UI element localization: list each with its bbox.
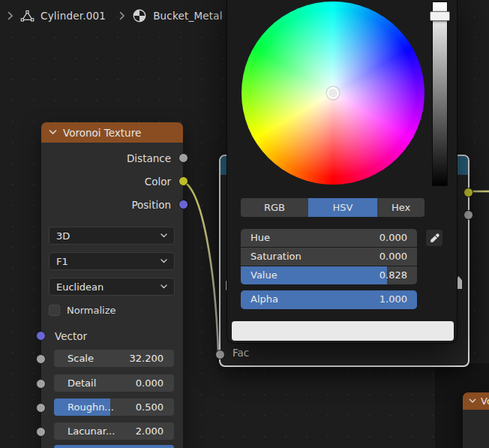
detail-slider[interactable]: Detail 0.000: [54, 374, 174, 392]
node-title: Vo: [481, 395, 489, 407]
slider-value: 32.200: [130, 350, 164, 367]
position-output-socket[interactable]: [178, 200, 188, 209]
chevron-down-icon[interactable]: [469, 398, 476, 404]
distance-output-socket[interactable]: [178, 153, 188, 163]
eyedropper-button[interactable]: [425, 229, 443, 247]
vector-input-socket[interactable]: [36, 331, 46, 341]
slider-label: Saturation: [250, 248, 302, 266]
breadcrumb-material-name[interactable]: Bucket_Metal: [153, 10, 223, 22]
slider-label: Lacunar...: [68, 422, 115, 440]
color-mode-tabs: RGB HSV Hex: [241, 198, 424, 217]
slider-label: Hue: [250, 229, 270, 247]
tab-rgb[interactable]: RGB: [241, 198, 308, 217]
distance-metric-dropdown[interactable]: Euclidean: [49, 278, 175, 296]
voronoi-texture-node[interactable]: Voronoi Texture Distance Color Position …: [41, 122, 183, 448]
lacunarity-input-socket[interactable]: [36, 427, 46, 437]
mesh-data-icon: [20, 9, 34, 23]
eyedropper-icon: [429, 233, 440, 244]
current-color-swatch[interactable]: [232, 321, 454, 341]
output-label-position: Position: [131, 197, 171, 212]
voronoi-node-2-header[interactable]: Vo: [463, 392, 489, 410]
dropdown-value: F1: [56, 256, 68, 267]
material-icon: [132, 8, 147, 23]
value-slider[interactable]: Value 0.828: [241, 266, 417, 284]
roughness-input-socket[interactable]: [36, 403, 46, 413]
slider-label: Roughn...: [68, 398, 114, 416]
breadcrumb: Cylinder.001 Bucket_Metal: [4, 8, 233, 23]
dimensions-dropdown[interactable]: 3D: [49, 227, 175, 245]
chevron-right-icon: [8, 11, 14, 20]
output-label-color: Color: [145, 174, 171, 189]
fac-input-socket[interactable]: [215, 350, 225, 359]
tab-hsv[interactable]: HSV: [308, 198, 377, 217]
saturation-slider[interactable]: Saturation 0.000: [241, 248, 417, 266]
slider-value: 1.000: [380, 290, 407, 308]
slider-value: 0.828: [380, 266, 407, 284]
value-slider-bar[interactable]: [432, 2, 448, 186]
normalize-checkbox[interactable]: [49, 305, 60, 316]
color-wheel-cursor[interactable]: [327, 87, 339, 99]
slider-value: 0.000: [380, 248, 407, 266]
vector-input-label: Vector: [55, 329, 87, 344]
value-slider-handle[interactable]: [430, 11, 450, 21]
slider-value: 0.500: [136, 398, 164, 416]
slider-label: Detail: [68, 374, 96, 392]
hue-slider[interactable]: Hue 0.000: [241, 229, 417, 247]
chevron-right-icon: [119, 11, 125, 20]
ramp-alpha-output-socket[interactable]: [464, 210, 473, 220]
lacunarity-slider[interactable]: Lacunar... 2.000: [54, 422, 174, 440]
chevron-down-icon: [160, 284, 167, 289]
breadcrumb-object-name[interactable]: Cylinder.001: [40, 10, 106, 22]
dropdown-value: 3D: [56, 230, 70, 242]
node-title: Voronoi Texture: [63, 127, 141, 139]
slider-fill: [54, 445, 174, 448]
chevron-down-icon[interactable]: [49, 130, 57, 135]
normalize-label: Normalize: [67, 305, 116, 316]
slider-label: Scale: [68, 350, 94, 367]
voronoi-texture-node-2[interactable]: Vo: [463, 392, 489, 448]
slider-value: 0.000: [136, 374, 164, 392]
fac-input-label: Fac: [232, 347, 249, 359]
randomness-slider[interactable]: [54, 445, 174, 448]
color-output-socket[interactable]: [178, 176, 188, 186]
slider-value: 2.000: [136, 422, 164, 440]
color-picker-popup: RGB HSV Hex Hue 0.000 Saturation 0.000 V…: [226, 0, 458, 344]
scale-input-socket[interactable]: [36, 354, 46, 364]
voronoi-node-header[interactable]: Voronoi Texture: [41, 122, 183, 143]
scale-slider[interactable]: Scale 32.200: [54, 350, 174, 367]
feature-dropdown[interactable]: F1: [49, 252, 175, 270]
link-voronoi-color-to-fac[interactable]: [183, 182, 218, 351]
alpha-slider[interactable]: Alpha 1.000: [241, 290, 417, 309]
chevron-down-icon: [160, 233, 167, 238]
chevron-down-icon: [160, 259, 167, 263]
slider-label: Alpha: [250, 290, 278, 308]
dropdown-value: Euclidean: [56, 281, 104, 293]
slider-label: Value: [250, 266, 278, 284]
node-editor: Cylinder.001 Bucket_Metal Fac Voronoi Te…: [0, 0, 489, 448]
output-label-distance: Distance: [127, 151, 171, 166]
tab-hex[interactable]: Hex: [377, 198, 424, 217]
slider-value: 0.000: [380, 229, 407, 247]
normalize-row: Normalize: [49, 303, 116, 317]
detail-input-socket[interactable]: [36, 379, 46, 389]
roughness-slider[interactable]: Roughn... 0.500: [54, 398, 174, 416]
ramp-color-output-socket[interactable]: [464, 188, 473, 197]
